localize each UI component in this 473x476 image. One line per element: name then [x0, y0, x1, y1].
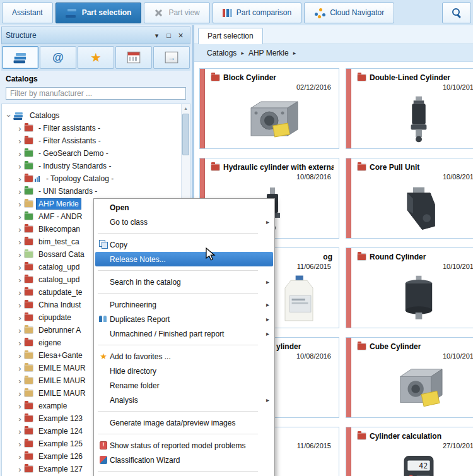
- expander-icon[interactable]: [16, 326, 24, 335]
- top-tabs: Assistant Part selection Part view Part …: [2, 3, 394, 23]
- top-tab[interactable]: Assistant: [2, 3, 53, 23]
- menu-item[interactable]: Show status of reported model problems: [95, 438, 273, 453]
- folder-icon: [25, 239, 33, 245]
- catalog-card[interactable]: Round Cylinder 10/10/2016: [346, 247, 473, 328]
- tree-item[interactable]: - UNI Standards -: [2, 185, 190, 198]
- scroll-up-icon[interactable]: [182, 104, 190, 112]
- expander-icon[interactable]: [16, 263, 24, 272]
- tools-icon: [154, 8, 164, 17]
- expander-icon[interactable]: [16, 136, 24, 146]
- menu-item[interactable]: Copy: [95, 237, 273, 252]
- expander-icon[interactable]: [16, 300, 24, 310]
- wizard-icon: [97, 455, 110, 465]
- close-icon[interactable]: [175, 30, 186, 41]
- catalogs-heading: Catalogs: [1, 71, 190, 86]
- panel-title: Structure: [6, 31, 37, 40]
- maximize-icon[interactable]: [163, 30, 174, 41]
- menu-item[interactable]: Add to favorites ...: [95, 349, 273, 364]
- card-title: Cube Cylinder: [370, 342, 473, 351]
- expander-icon[interactable]: [16, 364, 24, 373]
- menu-item[interactable]: Rename folder: [95, 378, 273, 393]
- tree-item[interactable]: - GeoSearch Demo -: [2, 147, 190, 160]
- catalog-card[interactable]: Core Pull Unit 10/08/2016: [346, 158, 473, 239]
- expander-icon[interactable]: [16, 212, 24, 222]
- product-image: [211, 91, 334, 147]
- folder-icon: [25, 314, 33, 321]
- expander-icon[interactable]: [16, 225, 24, 234]
- search-button[interactable]: [442, 3, 471, 23]
- expander-icon[interactable]: [16, 250, 24, 259]
- filter-row: [1, 86, 190, 104]
- expander-icon[interactable]: [16, 162, 24, 171]
- menu-item[interactable]: Release Notes...: [95, 252, 273, 266]
- scroll-thumb[interactable]: [182, 114, 189, 155]
- catalog-card[interactable]: Block Cylinder 02/12/2016: [199, 68, 339, 149]
- menu-item[interactable]: Duplicates Report: [95, 312, 273, 326]
- expander-icon[interactable]: [16, 389, 24, 398]
- top-tab[interactable]: Part view: [144, 3, 209, 23]
- top-tab[interactable]: Part selection: [55, 3, 142, 23]
- expander-icon[interactable]: [16, 439, 24, 449]
- card-header: Core Pull Unit: [358, 162, 473, 172]
- expander-icon[interactable]: [16, 124, 24, 133]
- card-title: Hydraulic cylinder with externa: [223, 163, 334, 172]
- toolbar-button[interactable]: [40, 46, 76, 69]
- app-window: Assistant Part selection Part view Part …: [0, 0, 473, 476]
- toolbar-button[interactable]: [153, 46, 190, 69]
- folder-icon: [25, 264, 33, 270]
- expander-icon[interactable]: [16, 465, 24, 474]
- menu-item[interactable]: Go to class: [95, 215, 273, 229]
- copy-icon: [97, 239, 110, 250]
- menu-item[interactable]: Unmachined / Finished part report: [95, 326, 273, 341]
- menu-item[interactable]: Classification Wizard: [95, 453, 273, 467]
- top-tab[interactable]: Part comparison: [213, 3, 301, 23]
- expander-icon[interactable]: [16, 174, 24, 184]
- folder-icon: [25, 466, 33, 472]
- expander-icon[interactable]: [16, 199, 24, 209]
- menu-separator: [95, 289, 273, 297]
- expander-icon[interactable]: [16, 187, 24, 196]
- expander-icon[interactable]: [16, 376, 24, 386]
- manufacturer-filter-input[interactable]: [6, 87, 186, 100]
- expander-icon[interactable]: [16, 427, 24, 436]
- expander-icon[interactable]: [16, 452, 24, 461]
- catalog-card[interactable]: Cylinder calculation 27/10/2016 42: [346, 427, 473, 476]
- breadcrumb-item[interactable]: AHP Merkle: [248, 49, 300, 57]
- breadcrumb-item[interactable]: Catalogs: [207, 49, 248, 57]
- tab-part-selection[interactable]: Part selection: [198, 28, 263, 44]
- dropdown-icon[interactable]: [151, 30, 162, 41]
- catalog-card[interactable]: Double-Lined Cylinder 10/10/2016: [346, 68, 473, 149]
- toolbar-button[interactable]: [78, 46, 114, 69]
- menu-item[interactable]: Hide directory: [95, 364, 273, 378]
- menu-item[interactable]: Analysis: [95, 393, 273, 407]
- expander-icon[interactable]: [16, 237, 24, 247]
- expander-icon[interactable]: [5, 111, 13, 121]
- expander-icon[interactable]: [16, 149, 24, 158]
- folder-icon: [358, 343, 366, 350]
- expander-icon[interactable]: [16, 351, 24, 360]
- search-icon: [452, 8, 462, 18]
- expander-icon[interactable]: [16, 414, 24, 424]
- folder-icon: [25, 340, 33, 346]
- tree-item[interactable]: Catalogs: [2, 109, 190, 122]
- expander-icon[interactable]: [16, 338, 24, 348]
- tree-item[interactable]: - Topology Catalog -: [2, 172, 190, 185]
- card-header: Block Cylinder: [211, 73, 334, 82]
- expander-icon[interactable]: [16, 313, 24, 323]
- toolbar-button[interactable]: [2, 46, 38, 69]
- tree-item[interactable]: - Industry Standards -: [2, 160, 190, 172]
- expander-icon[interactable]: [16, 288, 24, 297]
- card-title: Round Cylinder: [370, 253, 473, 261]
- expander-icon[interactable]: [16, 402, 24, 411]
- tree-item[interactable]: - Filter assistants -: [2, 122, 190, 134]
- top-tab[interactable]: Cloud Navigator: [304, 3, 394, 23]
- menu-item[interactable]: Open: [95, 200, 273, 215]
- menu-item[interactable]: Search in the catalog: [95, 275, 273, 289]
- catalog-card[interactable]: Cube Cylinder 10/10/2016: [346, 337, 473, 418]
- expander-icon[interactable]: [16, 275, 24, 285]
- menu-item[interactable]: Generate image data/preview images: [95, 415, 273, 430]
- cloud-navigator-icon: [314, 8, 325, 18]
- toolbar-button[interactable]: [115, 46, 152, 69]
- menu-item[interactable]: Purchineering: [95, 297, 273, 312]
- tree-item[interactable]: - Filter Assistants -: [2, 134, 190, 147]
